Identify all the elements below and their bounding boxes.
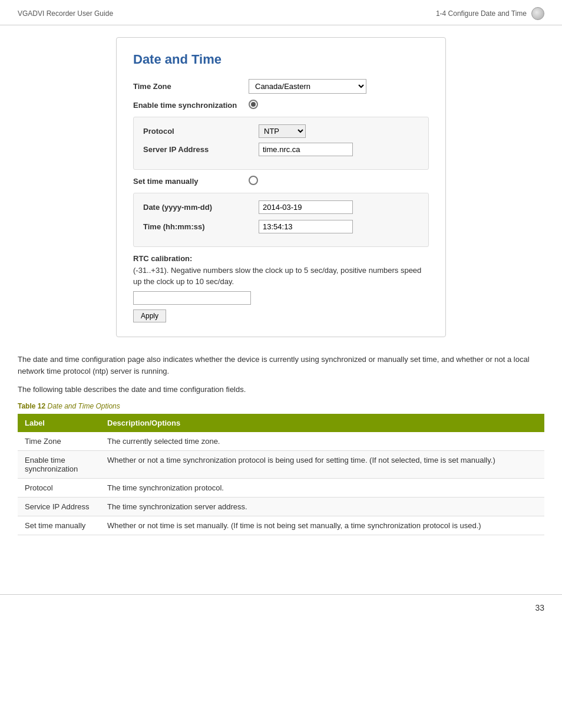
server-ip-value[interactable] (259, 143, 419, 156)
enable-sync-row: Enable time synchronization (133, 100, 429, 111)
table-row: Time ZoneThe currently selected time zon… (18, 432, 544, 451)
date-row: Date (yyyy-mm-dd) (143, 200, 419, 214)
table-caption: Table 12 Date and Time Options (18, 402, 544, 410)
protocol-select[interactable]: NTP PTP (259, 124, 306, 138)
page-content: Date and Time Time Zone Canada/Eastern U… (0, 25, 562, 559)
table-caption-text: Date and Time Options (47, 402, 120, 410)
header-right: 1-4 Configure Date and Time (436, 7, 544, 20)
rtc-label-bold: RTC calibration: (133, 254, 192, 263)
protocol-section: Protocol NTP PTP Server IP Address (133, 117, 429, 170)
protocol-label: Protocol (143, 127, 249, 136)
table-cell-label: Time Zone (18, 432, 100, 451)
enable-sync-label: Enable time synchronization (133, 101, 239, 110)
table-row: Service IP AddressThe time synchronizati… (18, 497, 544, 516)
table-cell-description: Whether or not time is set manually. (If… (100, 516, 544, 535)
body-paragraph-1: The date and time configuration page als… (18, 354, 544, 378)
rtc-label-text: (-31..+31). Negative numbers slow the cl… (133, 266, 421, 286)
protocol-row: Protocol NTP PTP (143, 124, 419, 138)
protocol-value[interactable]: NTP PTP (259, 124, 419, 138)
rtc-section: RTC calibration: (-31..+31). Negative nu… (133, 253, 429, 322)
time-row: Time (hh:mm:ss) (143, 220, 419, 233)
page-header: VGADVI Recorder User Guide 1-4 Configure… (0, 0, 562, 25)
timezone-value[interactable]: Canada/Eastern UTC US/Eastern US/Central… (249, 79, 429, 94)
table-header-row: Label Description/Options (18, 414, 544, 432)
server-ip-row: Server IP Address (143, 143, 419, 156)
date-input[interactable] (259, 200, 353, 214)
page-footer: 33 (0, 594, 562, 621)
apply-button[interactable]: Apply (133, 309, 166, 322)
section-title: 1-4 Configure Date and Time (436, 9, 527, 18)
table-cell-description: The time synchronization protocol. (100, 478, 544, 497)
manual-section: Date (yyyy-mm-dd) Time (hh:mm:ss) (133, 193, 429, 247)
set-manual-label: Set time manually (133, 177, 239, 186)
table-row: Set time manuallyWhether or not time is … (18, 516, 544, 535)
enable-sync-radio[interactable] (249, 100, 258, 109)
set-manual-radio[interactable] (249, 176, 258, 185)
time-label: Time (hh:mm:ss) (143, 222, 249, 231)
page-number: 33 (535, 603, 544, 612)
table-row: ProtocolThe time synchronization protoco… (18, 478, 544, 497)
time-value[interactable] (259, 220, 419, 233)
rtc-input[interactable] (133, 291, 251, 305)
options-table: Label Description/Options Time ZoneThe c… (18, 414, 544, 535)
table-cell-label: Enable time synchronization (18, 450, 100, 478)
timezone-row: Time Zone Canada/Eastern UTC US/Eastern … (133, 79, 429, 94)
time-input[interactable] (259, 220, 353, 233)
table-number: Table 12 (18, 402, 45, 410)
date-value[interactable] (259, 200, 419, 214)
table-cell-label: Protocol (18, 478, 100, 497)
date-time-card: Date and Time Time Zone Canada/Eastern U… (116, 37, 446, 337)
server-ip-input[interactable] (259, 143, 353, 156)
timezone-select[interactable]: Canada/Eastern UTC US/Eastern US/Central… (249, 79, 366, 94)
table-cell-label: Set time manually (18, 516, 100, 535)
header-icon (531, 7, 544, 20)
guide-title: VGADVI Recorder User Guide (18, 9, 113, 18)
table-row: Enable time synchronizationWhether or no… (18, 450, 544, 478)
table-cell-description: The currently selected time zone. (100, 432, 544, 451)
set-manual-row: Set time manually (133, 176, 429, 187)
set-manual-value[interactable] (249, 176, 429, 187)
enable-sync-value[interactable] (249, 100, 429, 111)
body-paragraph-2: The following table describes the date a… (18, 384, 544, 396)
table-cell-description: The time synchronization server address. (100, 497, 544, 516)
server-ip-label: Server IP Address (143, 145, 249, 154)
date-label: Date (yyyy-mm-dd) (143, 203, 249, 212)
table-cell-description: Whether or not a time synchronization pr… (100, 450, 544, 478)
col-description-header: Description/Options (100, 414, 544, 432)
rtc-description: RTC calibration: (-31..+31). Negative nu… (133, 253, 429, 288)
col-label-header: Label (18, 414, 100, 432)
timezone-label: Time Zone (133, 82, 239, 91)
table-cell-label: Service IP Address (18, 497, 100, 516)
card-title: Date and Time (133, 52, 429, 67)
